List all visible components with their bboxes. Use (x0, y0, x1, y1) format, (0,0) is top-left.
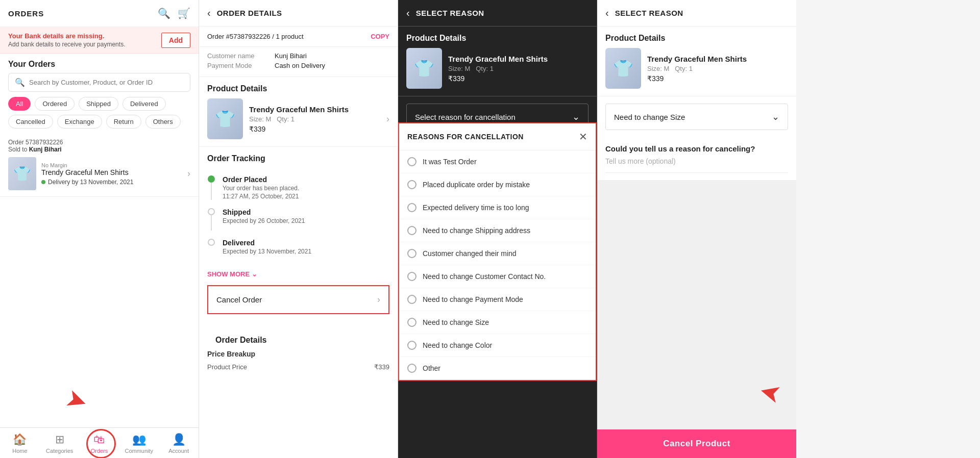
no-margin-badge: No Margin (41, 162, 182, 168)
order-number: Order #57387932226 / 1 product (207, 33, 304, 40)
track-content-shipped: Shipped Expected by 26 October, 2021 (223, 208, 305, 231)
dark-back-button[interactable]: ‹ (406, 7, 410, 19)
track-time-placed: 11:27 AM, 25 October, 2021 (223, 193, 299, 200)
reason-item-5[interactable]: Customer changed their mind (399, 242, 596, 265)
price-breakup-title: Price Breakup (207, 350, 389, 358)
bottom-nav: 🏠 Home ⊞ Categories 🛍 Orders 👥 Community… (0, 427, 199, 458)
reason-item-6[interactable]: Need to change Customer Contact No. (399, 265, 596, 288)
nav-account[interactable]: 👤 Account (159, 428, 199, 458)
reason-text-6: Need to change Customer Contact No. (423, 272, 546, 281)
customer-name-label: Customer name (207, 52, 268, 60)
reason-item-4[interactable]: Need to change Shipping address (399, 219, 596, 242)
nav-categories[interactable]: ⊞ Categories (40, 428, 80, 458)
red-arrow-left: ➤ (62, 383, 92, 418)
light-product-detail-info: Trendy Graceful Men Shirts Size: M Qty: … (647, 55, 788, 83)
nav-community-label: Community (125, 448, 153, 454)
light-select-reason-dropdown[interactable]: Need to change Size ⌄ (605, 104, 788, 130)
product-detail-price: ₹339 (249, 125, 380, 133)
chevron-down-icon: ⌄ (572, 111, 580, 122)
filter-delivered[interactable]: Delivered (122, 97, 166, 111)
your-orders-label: Your Orders (0, 54, 199, 73)
light-back-button[interactable]: ‹ (605, 7, 609, 19)
chevron-down-icon: ⌄ (252, 270, 257, 278)
dark-product-meta: Size: M Qty: 1 (448, 65, 589, 72)
add-bank-button[interactable]: Add (161, 33, 190, 48)
track-desc-shipped: Expected by 26 October, 2021 (223, 217, 305, 224)
close-reasons-button[interactable]: ✕ (579, 131, 587, 143)
light-back-header: ‹ SELECT REASON (597, 0, 796, 27)
delivery-status: Delivery by 13 November, 2021 (41, 179, 182, 186)
track-content-delivered: Delivered Expected by 13 November, 2021 (223, 239, 311, 255)
payment-mode-label: Payment Mode (207, 62, 268, 69)
reason-item-9[interactable]: Need to change Color (399, 334, 596, 357)
chevron-right-icon: › (187, 168, 190, 179)
track-line-shipped (211, 215, 212, 231)
dark-back-header: ‹ SELECT REASON (398, 0, 597, 27)
track-dot-placed (208, 175, 215, 183)
cancel-product-button[interactable]: Cancel Product (597, 429, 796, 458)
filter-cancelled[interactable]: Cancelled (8, 115, 53, 129)
tracking-indicator-placed (207, 175, 215, 200)
light-product-name: Trendy Graceful Men Shirts (647, 55, 788, 63)
bank-alert-text: Your Bank details are missing. Add bank … (8, 32, 125, 48)
account-icon: 👤 (172, 433, 186, 446)
track-dot-delivered (208, 239, 215, 246)
track-dot-shipped (208, 208, 215, 215)
search-icon-btn[interactable]: 🔍 (158, 7, 170, 19)
filter-shipped[interactable]: Shipped (79, 97, 118, 111)
product-thumbnail: 👕 (8, 157, 36, 190)
reason-item-1[interactable]: It was Test Order (399, 150, 596, 173)
light-product-detail-row: 👕 Trendy Graceful Men Shirts Size: M Qty… (597, 48, 796, 96)
light-product-price: ₹339 (647, 74, 788, 83)
reason-item-10[interactable]: Other (399, 357, 596, 380)
orders-title: ORDERS (8, 9, 44, 18)
bank-alert: Your Bank details are missing. Add bank … (0, 27, 199, 54)
header-icons: 🔍 🛒 (158, 7, 190, 19)
nav-home[interactable]: 🏠 Home (0, 428, 40, 458)
reasons-modal-header: REASONS FOR CANCELLATION ✕ (399, 123, 596, 150)
dark-product-detail-row: 👕 Trendy Graceful Men Shirts Size: M Qty… (398, 48, 597, 96)
orders-panel: ORDERS 🔍 🛒 Your Bank details are missing… (0, 0, 199, 458)
filter-exchange[interactable]: Exchange (57, 115, 102, 129)
nav-orders[interactable]: 🛍 Orders (80, 428, 119, 458)
copy-button[interactable]: COPY (371, 33, 389, 40)
search-input[interactable] (29, 79, 184, 86)
product-detail-info: Trendy Graceful Men Shirts Size: M Qty: … (249, 105, 380, 133)
filter-others[interactable]: Others (145, 115, 181, 129)
product-name: Trendy Graceful Men Shirts (41, 168, 182, 176)
filter-return[interactable]: Return (106, 115, 141, 129)
show-more-button[interactable]: SHOW MORE ⌄ (199, 270, 398, 278)
radio-icon (407, 249, 416, 258)
reason-item-8[interactable]: Need to change Size (399, 311, 596, 334)
reason-text-8: Need to change Size (423, 318, 489, 326)
categories-icon: ⊞ (55, 433, 64, 446)
payment-mode-row: Payment Mode Cash on Delivery (207, 62, 389, 69)
order-card[interactable]: Order 57387932226 Sold to Kunj Bihari 👕 … (0, 133, 199, 197)
track-desc-delivered: Expected by 13 November, 2021 (223, 248, 311, 255)
track-label-delivered: Delivered (223, 239, 311, 247)
tracking-item-delivered: Delivered Expected by 13 November, 2021 (207, 239, 389, 255)
product-detail-row: 👕 Trendy Graceful Men Shirts Size: M Qty… (199, 98, 398, 147)
filter-row: All Ordered Shipped Delivered Cancelled … (0, 97, 199, 133)
radio-icon (407, 157, 416, 166)
back-button[interactable]: ‹ (207, 7, 211, 19)
radio-icon (407, 364, 416, 373)
radio-icon (407, 318, 416, 327)
filter-ordered[interactable]: Ordered (35, 97, 75, 111)
product-detail-thumbnail: 👕 (207, 98, 243, 139)
dark-product-price: ₹339 (448, 74, 589, 83)
track-content-placed: Order Placed Your order has been placed.… (223, 175, 299, 200)
reason-item-2[interactable]: Placed duplicate order by mistake (399, 173, 596, 196)
nav-community[interactable]: 👥 Community (119, 428, 159, 458)
order-details-section: Order Details Price Breakup Product Pric… (199, 321, 398, 374)
cart-icon-btn[interactable]: 🛒 (178, 7, 190, 19)
reasons-modal: REASONS FOR CANCELLATION ✕ It was Test O… (398, 122, 597, 381)
tell-us-more-text: Tell us more (optional) (597, 157, 796, 165)
order-details-panel: ‹ ORDER DETAILS Order #57387932226 / 1 p… (199, 0, 398, 458)
reason-item-3[interactable]: Expected delivery time is too long (399, 196, 596, 219)
select-reason-dark-panel: ‹ SELECT REASON Product Details 👕 Trendy… (398, 0, 597, 458)
filter-all[interactable]: All (8, 97, 31, 111)
cancel-order-box[interactable]: Cancel Order › (207, 285, 389, 314)
reason-item-7[interactable]: Need to change Payment Mode (399, 288, 596, 311)
nav-account-label: Account (168, 448, 189, 454)
